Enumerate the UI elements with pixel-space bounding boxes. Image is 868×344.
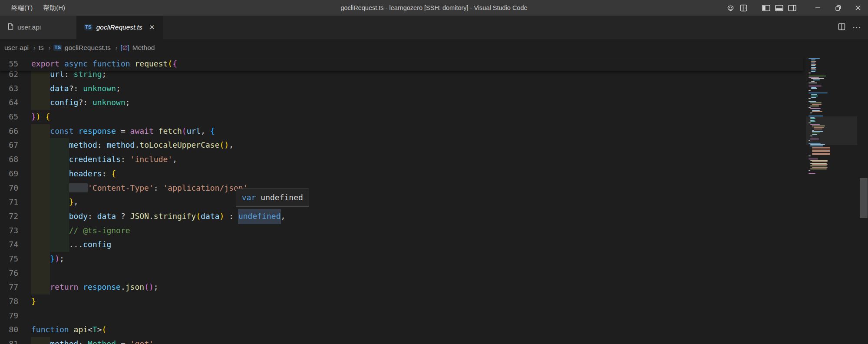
toggle-primary-sidebar-icon[interactable] — [759, 0, 772, 16]
code-line[interactable]: 79 — [0, 309, 803, 323]
code-line[interactable]: 78} — [0, 294, 803, 309]
minimize-button[interactable] — [808, 0, 828, 16]
chevron-right-icon: › — [33, 44, 36, 51]
minimap-row — [809, 79, 857, 80]
code-token: { — [172, 59, 177, 68]
minimap-row — [809, 114, 857, 115]
code-token: = — [116, 339, 130, 344]
line-number: 73 — [0, 224, 18, 238]
hover-tooltip: var undefined — [236, 189, 309, 207]
tab-close-icon[interactable]: ✕ — [149, 23, 155, 31]
code-line[interactable]: 81 method: Method = 'get', — [0, 337, 803, 344]
code-token: config — [83, 240, 111, 249]
code-line[interactable]: 64 config?: unknown; — [0, 96, 803, 110]
code-token: = — [116, 126, 130, 136]
toggle-secondary-sidebar-icon[interactable] — [785, 0, 799, 16]
indent-guide-band — [50, 181, 69, 195]
code-token: . — [121, 282, 125, 291]
menubar: 终端(T) 帮助(H) — [0, 0, 70, 16]
code-line[interactable]: 68 credentials: 'include', — [0, 152, 803, 167]
code-token: ( — [102, 325, 107, 334]
code-line[interactable]: 63 data?: unknown; — [0, 82, 803, 96]
split-editor-button[interactable] — [838, 23, 845, 32]
line-number: 68 — [0, 152, 18, 167]
code-line[interactable]: 74 ...config — [0, 238, 803, 252]
minimap-row — [809, 100, 857, 101]
tab-goclirequest[interactable]: TS gocliRequest.ts ✕ — [76, 16, 163, 39]
restore-button[interactable] — [828, 0, 848, 16]
sticky-scroll[interactable]: 55export async function request({ — [0, 56, 803, 71]
scrollbar[interactable] — [859, 56, 868, 344]
minimap[interactable] — [806, 56, 857, 344]
toggle-panel-icon[interactable] — [772, 0, 785, 16]
code-token: ; — [59, 254, 64, 263]
minimap-slider[interactable] — [806, 116, 857, 145]
menu-terminal[interactable]: 终端(T) — [6, 0, 38, 16]
minimap-row — [809, 173, 857, 174]
code-line[interactable]: 67 method: method.toLocaleUpperCase(), — [0, 138, 803, 152]
code-line[interactable]: 72 body: data ? JSON.stringify(data) : u… — [0, 209, 803, 224]
minimap-row — [809, 163, 857, 164]
code-token: method — [50, 339, 78, 344]
code-token: 'include' — [130, 155, 173, 164]
code-line[interactable]: 73 // @ts-ignore — [0, 224, 803, 238]
line-number: 76 — [0, 266, 18, 281]
code-line[interactable]: 69 headers: { — [0, 167, 803, 181]
code-line[interactable]: 71 }, — [0, 195, 803, 209]
code-line[interactable]: 75 }); — [0, 252, 803, 266]
minimap-row — [809, 63, 857, 63]
tab-bar: user.api TS gocliRequest.ts ✕ ⋯ — [0, 16, 868, 39]
code-line[interactable]: 66 const response = await fetch(url, { — [0, 124, 803, 139]
minimap-row — [809, 101, 857, 102]
customize-layout-icon[interactable] — [737, 0, 750, 16]
tab-user-api[interactable]: user.api — [0, 16, 76, 39]
code-line[interactable]: 65}) { — [0, 110, 803, 124]
code-lines: 62 url: string;63 data?: unknown;64 conf… — [0, 67, 803, 344]
code-token: T — [92, 325, 97, 334]
code-token: ? — [116, 212, 130, 221]
minimap-row — [809, 147, 857, 148]
menu-help[interactable]: 帮助(H) — [38, 0, 70, 16]
minimap-row — [809, 103, 857, 103]
more-actions-button[interactable]: ⋯ — [852, 22, 862, 33]
indent-guide-band — [31, 167, 50, 181]
minimap-row — [809, 58, 857, 59]
line-number: 79 — [0, 309, 18, 323]
code-line[interactable]: 76 — [0, 266, 803, 281]
copilot-icon[interactable] — [724, 0, 737, 16]
code-token: data — [50, 84, 69, 93]
scrollbar-thumb[interactable] — [860, 178, 868, 218]
indent-guide-band — [50, 209, 69, 224]
minimap-row — [809, 157, 857, 158]
tab-label: user.api — [17, 23, 41, 31]
breadcrumb-item-file[interactable]: TS gocliRequest.ts — [53, 44, 111, 52]
indent-guide-band — [31, 96, 50, 110]
code-token: () — [144, 282, 154, 291]
code-token: } — [69, 197, 74, 206]
breadcrumb-item-method[interactable]: [∅] Method — [121, 44, 155, 52]
code-token: request — [135, 59, 168, 68]
code-line[interactable]: 77 return response.json(); — [0, 280, 803, 294]
code-token — [88, 59, 92, 68]
code-token: , — [281, 212, 285, 221]
close-button[interactable] — [848, 0, 868, 16]
breadcrumb-item-user-api[interactable]: user-api — [4, 44, 29, 52]
editor[interactable]: 62 url: string;63 data?: unknown;64 conf… — [0, 56, 868, 344]
minimap-row — [809, 76, 857, 76]
minimap-row — [809, 111, 857, 112]
code-token: { — [210, 126, 215, 136]
line-number: 71 — [0, 195, 18, 209]
minimap-row — [809, 77, 857, 78]
code-line[interactable]: 70 'Content-Type': 'application/json' — [0, 181, 803, 195]
code-line[interactable]: 55export async function request({ — [0, 56, 803, 71]
line-number: 80 — [0, 323, 18, 337]
code-token: url — [50, 69, 64, 79]
line-number: 74 — [0, 238, 18, 252]
line-number: 65 — [0, 110, 18, 124]
code-line[interactable]: 80function api<T>( — [0, 323, 803, 337]
breadcrumb-item-ts[interactable]: ts — [39, 44, 44, 52]
code-token: toLocaleUpperCase — [139, 140, 219, 149]
tab-label: gocliRequest.ts — [96, 23, 142, 31]
indent-guide-band — [31, 138, 50, 152]
code-token: { — [46, 112, 50, 121]
